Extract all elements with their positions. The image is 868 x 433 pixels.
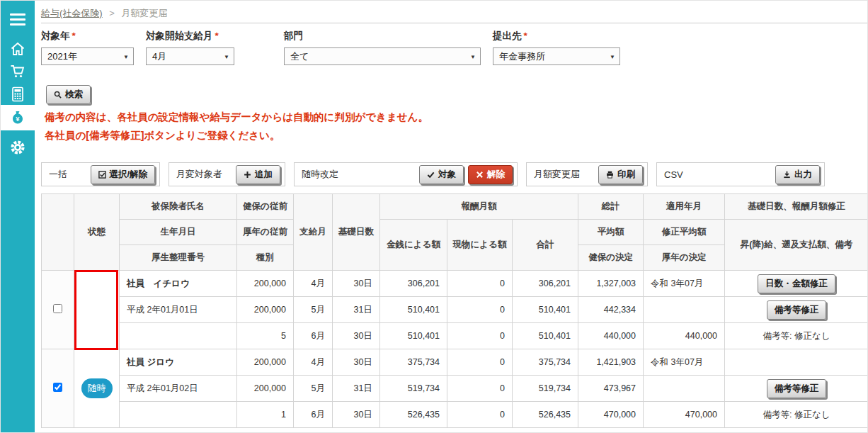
required-asterisk: * [72,30,76,41]
base-days-value: 30日 [333,349,380,376]
table-row: 1 6月 30日 526,435 0 526,435 470,000 470,0… [42,402,868,428]
cash-amount-value: 510,401 [380,323,447,349]
birthdate-value: 平成 2年01月02日 [120,376,237,402]
print-button[interactable]: 印刷 [598,165,643,184]
employee-2-checkbox[interactable] [53,383,62,392]
notification-label: 月額変更届 [534,168,580,181]
inkind-amount-value: 0 [447,297,513,323]
base-days-value: 30日 [333,323,380,349]
department-select[interactable]: 全て ▼ [284,47,481,65]
payroll-monthly-change-page: ¥ 給与(社会保険) > 月額変更届 対象年* 2021年 ▼ 対象開始支給月*… [0,0,868,433]
cross-icon [476,171,484,179]
inkind-amount-value: 0 [447,323,513,349]
inkind-amount-value: 0 [447,271,513,297]
employee-1-checkbox[interactable] [53,304,62,313]
note-status-text: 備考等: 修正なし [725,323,868,349]
target-button-label: 対象 [438,169,456,181]
birthdate-value: 平成 2年01月01日 [120,297,237,323]
adhoc-revision-group: 随時改定 対象 解除 [294,162,518,186]
add-button-label: 追加 [255,169,273,181]
svg-text:¥: ¥ [16,115,20,123]
grand-total-value: 1,327,003 [578,271,644,297]
header-total-amount: 合計 [513,220,578,271]
employee-1-status-cell [74,271,120,349]
search-button-label: 検索 [65,89,83,101]
note-modify-button[interactable]: 備考等修正 [767,379,827,398]
pay-month-value: 4月 [294,271,333,297]
header-modify: 基礎日数、報酬月額修正 [725,194,868,220]
breadcrumb-current: 月額変更届 [122,8,168,18]
warning-line-1: 備考の内容は、各社員の設定情報や給与データからは自動的に判別ができません。 [45,108,428,126]
header-kosei-number: 厚生整理番号 [120,245,237,271]
filter-department: 部門 全て ▼ [284,30,481,65]
total-amount-value: 526,435 [513,402,578,428]
monthly-change-table: 状態 被保険者氏名 健保の従前 支給月 基礎日数 報酬月額 総計 適用年月 基礎… [41,193,868,428]
csv-group: CSV 出力 [656,162,825,186]
caret-down-icon: ▼ [470,54,476,60]
kosei-number-value [120,402,237,428]
konen-prev-value: 200,000 [237,376,294,402]
employee-name: 社員 イチロウ [120,271,237,297]
search-button[interactable]: 検索 [46,85,91,104]
add-target-button[interactable]: 追加 [236,165,280,184]
submit-to-select[interactable]: 年金事務所 ▼ [493,47,620,65]
menu-icon[interactable] [1,8,35,30]
kenpo-prev-value: 200,000 [237,271,294,297]
export-button[interactable]: 出力 [775,165,820,184]
note-status-text: 備考等: 修正なし [725,402,868,428]
home-icon[interactable] [1,38,35,60]
start-month-select[interactable]: 4月 ▼ [146,47,234,65]
department-label: 部門 [284,30,481,43]
submit-to-value: 年金事務所 [499,50,545,63]
mark-target-button[interactable]: 対象 [419,165,464,184]
toolbar: 一括 選択/解除 月変対象者 追加 随時改定 対象 解除 [41,162,825,186]
checkbox-edit-icon [98,171,106,179]
release-target-button[interactable]: 解除 [468,165,513,184]
bulk-label: 一括 [49,168,67,181]
cash-amount-value: 526,435 [380,402,447,428]
table-row: 平成 2年01月02日 200,000 5月 31日 519,734 0 519… [42,376,868,402]
bulk-select-toggle-button[interactable]: 選択/解除 [91,165,155,184]
days-amount-modify-button[interactable]: 日数・金額修正 [758,274,835,293]
payroll-money-bag-icon[interactable]: ¥ [1,105,35,130]
employee-name: 社員 ジロウ [120,349,237,376]
print-button-label: 印刷 [617,169,635,181]
breadcrumb-parent-link[interactable]: 給与(社会保険) [41,8,103,18]
cart-icon[interactable] [1,60,35,83]
base-days-value: 31日 [333,376,380,402]
header-modified-average: 修正平均額 [644,220,725,245]
grand-total-value: 1,421,903 [578,349,644,376]
target-year-value: 2021年 [47,50,77,63]
base-days-value: 31日 [333,297,380,323]
header-remuneration-group: 報酬月額 [380,194,578,220]
breadcrumb-separator: > [109,8,115,18]
bulk-button-label: 選択/解除 [110,169,147,181]
header-inkind-amount: 現物による額 [447,220,513,271]
warning-line-2: 各社員の[備考等修正]ボタンよりご登録ください。 [45,126,428,145]
start-month-value: 4月 [152,50,166,63]
filter-target-year: 対象年* 2021年 ▼ [41,30,134,65]
filter-submit-to: 提出先* 年金事務所 ▼ [493,30,620,65]
note-modify-button[interactable]: 備考等修正 [767,300,827,320]
target-year-label: 対象年* [41,30,134,43]
sidebar: ¥ [1,1,35,433]
header-pay-month: 支給月 [294,194,333,271]
target-year-select[interactable]: 2021年 ▼ [41,47,134,65]
header-apply-ym: 適用年月 [644,194,725,220]
header-kenpo-prev: 健保の従前 [237,194,294,220]
header-kenpo-decision: 健保の決定 [578,245,644,271]
header-kind: 種別 [237,245,294,271]
calculator-icon[interactable] [1,83,35,106]
kind-value: 5 [237,323,294,349]
export-button-label: 出力 [794,169,812,181]
table-row: 随時 社員 ジロウ 200,000 4月 30日 375,734 0 375,7… [42,349,868,376]
apply-ym-value: 令和 3年07月 [644,271,725,297]
department-value: 全て [290,50,309,63]
required-asterisk: * [215,30,219,41]
base-days-value: 30日 [333,402,380,428]
inkind-amount-value: 0 [447,376,513,402]
settings-gear-icon[interactable] [1,136,35,159]
table-row: 平成 2年01月01日 200,000 5月 31日 510,401 0 510… [42,297,868,323]
printer-icon [606,171,614,179]
caret-down-icon: ▼ [610,54,615,60]
